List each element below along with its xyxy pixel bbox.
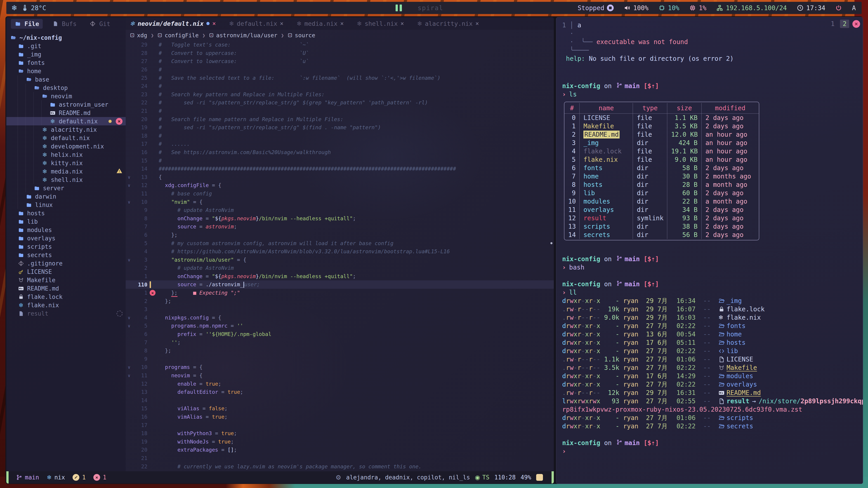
code-line[interactable]: 25# Save the selected text to a file: `:… <box>126 74 554 82</box>
tree-item[interactable]: result <box>6 309 126 318</box>
command-line[interactable]: ›ls <box>562 90 863 98</box>
code-line[interactable]: ∨10 "nvim" = { <box>126 198 554 206</box>
fold-chevron-icon[interactable]: ∨ <box>126 199 132 204</box>
git-branch-segment[interactable]: main <box>16 474 39 481</box>
code-line[interactable]: ∨5 programs.npm.npmrc = '' <box>126 322 554 330</box>
code-line[interactable]: 8 onChange = "${pkgs.neovim}/bin/nvim --… <box>126 214 554 223</box>
code-line[interactable]: ∨4 nixpkgs.config = { <box>126 314 554 322</box>
tree-item[interactable]: flake.lock <box>6 293 126 301</box>
tree-item[interactable]: README.md <box>6 109 126 117</box>
tree-item[interactable]: base <box>6 75 126 84</box>
code-line[interactable]: 20# Search file name pattern and Replace… <box>126 115 554 123</box>
tree-item[interactable]: secrets <box>6 251 126 259</box>
fold-chevron-icon[interactable]: ∨ <box>126 323 132 328</box>
tree-item[interactable]: ❄flake.nix <box>6 301 126 309</box>
code-line[interactable]: 6 prefix = ''${HOME}/.npm-global <box>126 330 554 338</box>
code-line[interactable]: 1× }; ■ Expecting ";" <box>126 289 554 297</box>
error-count-segment[interactable]: × 1 <box>93 474 106 481</box>
tree-item[interactable]: _img <box>6 50 126 59</box>
terminal-content[interactable]: 1 │ a · · ╰── executable was not found ╰… <box>556 18 863 484</box>
command-line[interactable]: › <box>562 447 863 455</box>
code-line[interactable]: 14 <box>126 396 554 404</box>
code-editor[interactable]: 29# Toggle text's case: `~`28# Convert t… <box>126 41 554 471</box>
code-line[interactable]: 15 viAlias = false; <box>126 404 554 413</box>
fold-chevron-icon[interactable]: ∨ <box>126 257 132 262</box>
tree-item[interactable]: server <box>6 184 126 192</box>
fold-chevron-icon[interactable]: ∨ <box>126 365 132 369</box>
code-line[interactable]: 2 }; <box>126 297 554 305</box>
code-line[interactable]: 18# <box>126 132 554 140</box>
fold-chevron-icon[interactable]: ∨ <box>126 183 132 188</box>
command-line[interactable]: ›bash <box>562 263 863 271</box>
code-line[interactable]: 21 <box>126 454 554 462</box>
tree-item[interactable]: ❄development.nix <box>6 142 126 151</box>
code-line[interactable]: 21# <box>126 107 554 115</box>
code-line[interactable]: 24# <box>126 82 554 90</box>
fold-chevron-icon[interactable]: ∨ <box>126 373 132 378</box>
code-line[interactable]: 15# <box>126 156 554 165</box>
buffer-tab[interactable]: ❄media.nix× <box>297 20 344 27</box>
code-line[interactable]: 17# ...... <box>126 140 554 148</box>
tree-item[interactable]: ❄default.nix× <box>6 117 126 125</box>
tree-item[interactable]: ❄helix.nix <box>6 151 126 159</box>
code-line[interactable]: 5 # my cusotom astronvim config, astronv… <box>126 239 554 248</box>
breadcrumb-item[interactable]: source <box>287 32 315 39</box>
code-line[interactable]: 6 }; <box>126 231 554 239</box>
tree-item[interactable]: astronvim_user <box>6 100 126 109</box>
tab-close-icon[interactable]: × <box>280 20 283 27</box>
tree-item[interactable]: ❄media.nix <box>6 167 126 175</box>
code-line[interactable]: 18 withPython3 = true; <box>126 429 554 437</box>
code-line[interactable]: ∨11 neovim = { <box>126 371 554 380</box>
code-line[interactable]: 22# sed -ri "s/pattern_str/replace_str/g… <box>126 98 554 107</box>
close-icon[interactable]: × <box>852 20 860 28</box>
tree-item[interactable]: Makefile <box>6 276 126 284</box>
buffer-tab[interactable]: ❄default.nix× <box>229 20 283 27</box>
code-line[interactable]: 110 source = ./astronvim_user; <box>126 281 554 289</box>
tree-item[interactable]: scripts <box>6 242 126 251</box>
code-line[interactable]: 3 <box>126 305 554 314</box>
volume-widget[interactable]: 100% <box>624 4 648 12</box>
tab-close-icon[interactable]: × <box>401 20 404 27</box>
cpu-widget[interactable]: 10% <box>658 4 680 12</box>
tree-item[interactable]: .git <box>6 42 126 50</box>
tab-close-icon[interactable]: × <box>340 20 344 27</box>
status-widget[interactable]: Stopped <box>578 4 614 12</box>
tree-item[interactable]: desktop <box>6 84 126 92</box>
code-line[interactable]: 19 withNodeJs = true; <box>126 437 554 446</box>
tree-item[interactable]: linux <box>6 201 126 209</box>
code-line[interactable]: 23# Search key pattern and Replace in Mu… <box>126 90 554 99</box>
tree-item[interactable]: overlays <box>6 234 126 242</box>
tree-item[interactable]: home <box>6 67 126 75</box>
tree-item[interactable]: modules <box>6 226 126 234</box>
code-line[interactable]: ∨12 xdg.configFile = { <box>126 181 554 190</box>
network-widget[interactable]: 192.168.5.100/24 <box>716 4 787 12</box>
code-line[interactable]: 19# sed -ri "s/pattern_str/replace_str/g… <box>126 123 554 132</box>
sidebar-tab-git[interactable]: Git <box>86 19 114 29</box>
code-line[interactable]: 16# See https://astronvim.com/Basic%20Us… <box>126 148 554 157</box>
tree-item[interactable]: darwin <box>6 192 126 201</box>
breadcrumb-item[interactable]: configFile <box>157 32 199 39</box>
memory-widget[interactable]: 1% <box>689 4 706 12</box>
tree-item[interactable]: neovim <box>6 92 126 100</box>
tree-item[interactable]: hosts <box>6 209 126 217</box>
pause-icon[interactable] <box>396 4 402 11</box>
tree-item[interactable]: ❄kitty.nix <box>6 159 126 167</box>
temperature-widget[interactable]: 28°C <box>22 4 46 12</box>
buffer-tab[interactable]: ❄neovim/default.nix× <box>130 20 216 27</box>
tree-item[interactable]: README.md <box>6 284 126 293</box>
command-line[interactable]: ›ll <box>562 288 863 297</box>
code-line[interactable]: 29# Toggle text's case: `~` <box>126 41 554 49</box>
tree-item[interactable]: LICENSE <box>6 267 126 276</box>
code-line[interactable]: ∨3 "astronvim/lua/user" = { <box>126 256 554 264</box>
code-line[interactable]: 4 # https://github.com/AstroNvim/AstroNv… <box>126 248 554 256</box>
code-line[interactable]: 28# Convert to uppercase: `U` <box>126 49 554 57</box>
code-line[interactable]: 9 <box>126 355 554 363</box>
breadcrumb-item[interactable]: astronvim/lua/user <box>209 32 277 39</box>
scrollbar-indicator[interactable] <box>550 242 553 244</box>
power-button[interactable] <box>835 4 842 11</box>
code-line[interactable]: 11 # base config <box>126 190 554 198</box>
code-line[interactable]: 22 # currently we use lazy.nvim as neovi… <box>126 462 554 470</box>
code-line[interactable]: 27# Convert to lowercase: `u` <box>126 57 554 66</box>
tab-close-icon[interactable]: × <box>212 20 216 27</box>
buffer-tab[interactable]: ❄alacritty.nix× <box>417 20 479 27</box>
